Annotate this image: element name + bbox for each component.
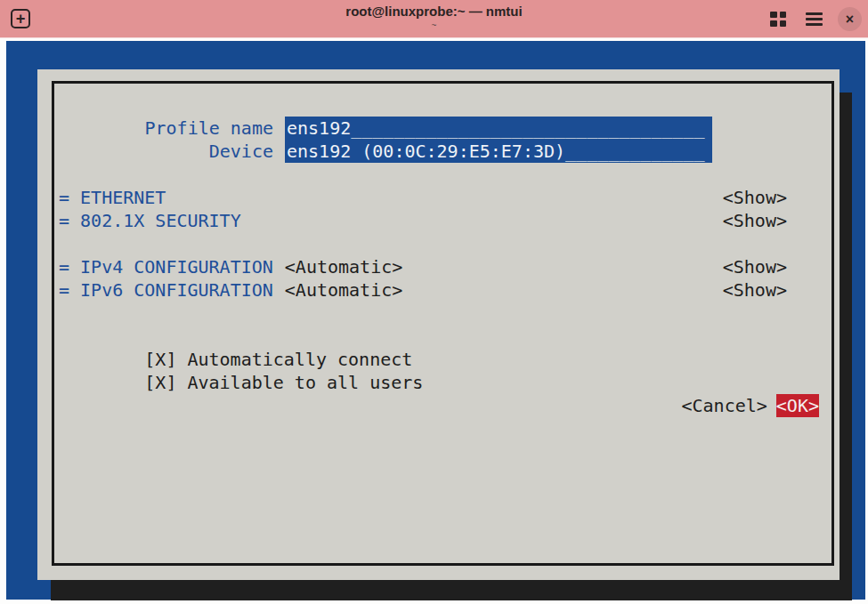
ok-button[interactable]: <OK>: [776, 394, 819, 417]
checkbox-available-all-users[interactable]: [X]Available to all users: [59, 348, 423, 371]
section-ipv6: = IPv6 CONFIGURATION <Automatic> <Show>: [59, 278, 787, 302]
ipv6-show-button[interactable]: <Show>: [723, 278, 787, 302]
ipv6-mode-button[interactable]: <Automatic>: [285, 278, 402, 302]
8021x-show-button[interactable]: <Show>: [723, 209, 787, 232]
checkbox-label: Available to all users: [187, 372, 423, 393]
dialog-buttons: <Cancel> <OK>: [682, 394, 820, 417]
ethernet-show-button[interactable]: <Show>: [723, 186, 787, 209]
profile-name-input[interactable]: ens192_________________________________: [285, 117, 712, 140]
device-value: ens192 (00:0C:29:E5:E7:3D): [287, 141, 565, 162]
cancel-button[interactable]: <Cancel>: [682, 394, 767, 417]
section-8021x-label: = 802.1X SECURITY: [59, 209, 241, 232]
titlebar[interactable]: + root@linuxprobe:~ — nmtui ~ ×: [0, 0, 868, 38]
hamburger-menu-icon[interactable]: [806, 12, 823, 26]
profile-name-fill: _________________________________: [351, 117, 704, 139]
nmtui-screen: ┤Edit Connection├ Profile nameens192____…: [6, 41, 865, 600]
device-fill: _____________: [565, 141, 705, 162]
window-subtitle: ~: [0, 20, 868, 30]
ipv4-mode-button[interactable]: <Automatic>: [285, 255, 402, 278]
profile-name-label: Profile name: [59, 117, 273, 140]
device-label: Device: [59, 140, 273, 163]
section-ethernet: = ETHERNET <Show>: [59, 186, 787, 209]
checkbox-automatically-connect[interactable]: [X]Automatically connect: [59, 325, 412, 348]
terminal-window: ┤Edit Connection├ Profile nameens192____…: [0, 39, 868, 604]
tab-switcher-icon[interactable]: [770, 12, 786, 27]
window-title: root@linuxprobe:~ — nmtui: [0, 4, 868, 19]
section-ipv4: = IPv4 CONFIGURATION <Automatic> <Show>: [59, 255, 787, 278]
device-input[interactable]: ens192 (00:0C:29:E5:E7:3D)_____________: [285, 140, 712, 163]
profile-name-value: ens192: [287, 117, 351, 139]
section-8021x: = 802.1X SECURITY <Show>: [59, 209, 787, 232]
section-ipv4-label: = IPv4 CONFIGURATION: [59, 255, 273, 278]
section-ethernet-label: = ETHERNET: [59, 186, 166, 209]
profile-name-row: Profile nameens192______________________…: [59, 117, 712, 140]
ipv4-show-button[interactable]: <Show>: [723, 255, 787, 278]
checkbox-state: [X]: [144, 372, 176, 393]
device-row: Deviceens192 (00:0C:29:E5:E7:3D)________…: [59, 140, 712, 163]
edit-connection-dialog: ┤Edit Connection├ Profile nameens192____…: [37, 69, 840, 580]
dialog-title: ┤Edit Connection├: [37, 69, 840, 93]
section-ipv6-label: = IPv6 CONFIGURATION: [59, 278, 273, 302]
close-icon[interactable]: ×: [838, 7, 862, 31]
